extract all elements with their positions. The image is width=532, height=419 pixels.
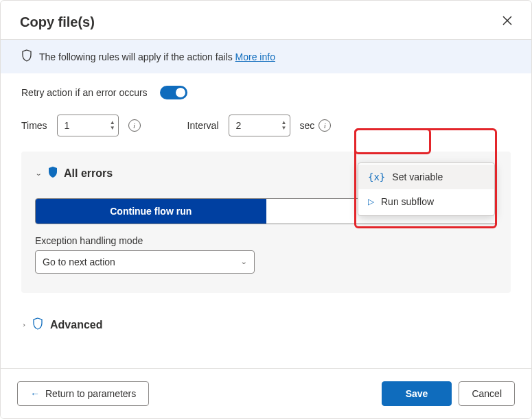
cancel-button[interactable]: Cancel <box>459 381 515 406</box>
banner-text: The following rules will apply if the ac… <box>39 51 235 62</box>
new-rule-menu: {x} Set variable ▷ Run subflow <box>358 163 495 216</box>
return-label: Return to parameters <box>45 388 136 399</box>
shield-icon <box>32 318 43 332</box>
menu-run-subflow[interactable]: ▷ Run subflow <box>358 189 494 214</box>
mode-value: Go to next action <box>43 256 115 267</box>
chevron-down-icon[interactable]: ⌄ <box>35 169 42 177</box>
seg-continue[interactable]: Continue flow run <box>36 199 266 224</box>
errors-title: All errors <box>64 167 113 180</box>
info-icon[interactable]: i <box>128 119 141 132</box>
menu-item-label: Run subflow <box>381 196 434 207</box>
mode-label: Exception handling mode <box>35 235 497 246</box>
times-stepper[interactable]: ▲▼ <box>110 120 115 131</box>
interval-input[interactable]: 2 ▲▼ <box>229 115 290 136</box>
retry-toggle[interactable] <box>160 86 187 99</box>
menu-item-label: Set variable <box>392 171 443 182</box>
shield-icon <box>21 49 32 64</box>
retry-label: Retry action if an error occurs <box>21 87 148 98</box>
variable-icon: {x} <box>368 171 385 182</box>
play-icon: ▷ <box>368 197 374 206</box>
interval-unit: sec <box>300 120 315 131</box>
interval-label: Interval <box>187 120 219 131</box>
mode-select[interactable]: Go to next action ⌄ <box>35 250 255 274</box>
info-icon[interactable]: i <box>319 119 331 132</box>
shield-icon <box>47 166 58 181</box>
interval-value: 2 <box>236 120 242 131</box>
times-input[interactable]: 1 ▲▼ <box>57 115 119 136</box>
save-button[interactable]: Save <box>382 381 452 406</box>
interval-stepper[interactable]: ▲▼ <box>281 120 287 131</box>
more-info-link[interactable]: More info <box>235 51 275 62</box>
return-button[interactable]: ← Return to parameters <box>17 381 149 406</box>
info-banner: The following rules will apply if the ac… <box>1 39 531 73</box>
advanced-title: Advanced <box>50 319 102 331</box>
menu-set-variable[interactable]: {x} Set variable <box>358 165 494 189</box>
times-label: Times <box>21 120 47 131</box>
dialog-title: Copy file(s) <box>20 14 500 30</box>
close-icon[interactable] <box>500 13 515 31</box>
arrow-left-icon: ← <box>30 388 40 399</box>
times-value: 1 <box>65 120 70 131</box>
chevron-right-icon: › <box>23 321 25 328</box>
advanced-section[interactable]: › Advanced <box>21 312 511 337</box>
chevron-down-icon: ⌄ <box>240 258 247 265</box>
